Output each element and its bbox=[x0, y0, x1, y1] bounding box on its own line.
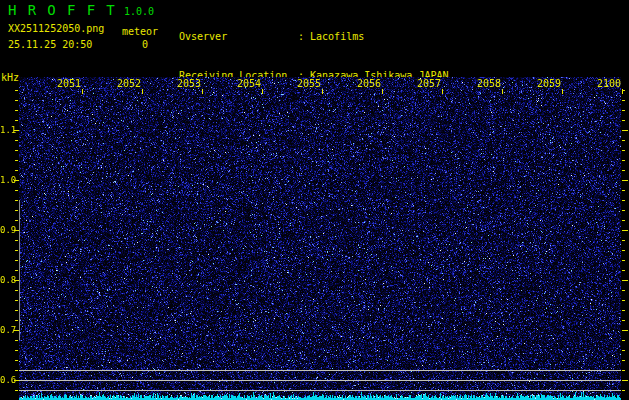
x-axis-tick bbox=[382, 89, 383, 94]
info-row-observer: Ovserver: Lacofilms bbox=[179, 30, 449, 43]
x-axis-tick-label: 2051 bbox=[55, 78, 81, 90]
y-axis-minor-tick-right bbox=[622, 110, 625, 111]
y-axis-minor-tick bbox=[15, 190, 18, 191]
hrofft-screen: H R O F F T 1.0.0 XX2511252050.png meteo… bbox=[0, 0, 629, 400]
y-axis-minor-tick bbox=[15, 370, 18, 371]
y-axis-minor-tick bbox=[15, 240, 18, 241]
y-axis-minor-tick bbox=[15, 390, 18, 391]
y-axis-minor-tick-right bbox=[622, 140, 625, 141]
y-axis-minor-tick-right bbox=[622, 160, 625, 161]
x-axis-tick-label: 2055 bbox=[295, 78, 321, 90]
y-axis-tick-label: 0.6 bbox=[0, 374, 13, 386]
mode-label: meteor bbox=[122, 26, 158, 37]
x-axis-tick bbox=[622, 89, 623, 94]
y-axis-minor-tick bbox=[15, 170, 18, 171]
app-title: H R O F F T bbox=[8, 3, 116, 18]
y-axis-minor-tick bbox=[15, 340, 18, 341]
y-axis-major-tick-right bbox=[622, 380, 628, 381]
y-axis-minor-tick bbox=[15, 110, 18, 111]
y-axis-minor-tick-right bbox=[622, 250, 625, 251]
app-version: 1.0.0 bbox=[124, 6, 154, 17]
x-axis-tick bbox=[82, 89, 83, 94]
y-axis-minor-tick bbox=[15, 210, 18, 211]
y-axis-minor-tick bbox=[15, 150, 18, 151]
y-axis-minor-tick bbox=[15, 220, 18, 221]
meteor-count: 0 bbox=[142, 39, 148, 50]
y-axis-minor-tick bbox=[15, 310, 18, 311]
y-axis-minor-tick bbox=[15, 300, 18, 301]
y-axis-minor-tick-right bbox=[622, 320, 625, 321]
y-axis-major-tick-right bbox=[622, 130, 628, 131]
y-axis-minor-tick bbox=[15, 120, 18, 121]
y-axis-minor-tick-right bbox=[622, 210, 625, 211]
y-axis-minor-tick bbox=[15, 100, 18, 101]
y-axis-minor-tick bbox=[15, 260, 18, 261]
y-axis-minor-tick-right bbox=[622, 270, 625, 271]
y-axis-minor-tick bbox=[15, 200, 18, 201]
info-label: Ovserver bbox=[179, 30, 298, 43]
x-axis-tick bbox=[322, 89, 323, 94]
y-axis-minor-tick-right bbox=[622, 170, 625, 171]
y-axis-minor-tick-right bbox=[622, 390, 625, 391]
y-axis-minor-tick-right bbox=[622, 190, 625, 191]
y-axis-minor-tick-right bbox=[622, 200, 625, 201]
y-axis-minor-tick bbox=[15, 360, 18, 361]
observation-datetime: 25.11.25 20:50 bbox=[8, 39, 92, 50]
y-axis-minor-tick-right bbox=[622, 290, 625, 291]
x-axis-tick-label: 2053 bbox=[175, 78, 201, 90]
x-axis-tick-label: 2059 bbox=[535, 78, 561, 90]
y-axis-tick-label: 0.7 bbox=[0, 324, 13, 336]
y-axis-minor-tick-right bbox=[622, 310, 625, 311]
y-axis-minor-tick-right bbox=[622, 220, 625, 221]
x-axis-tick-label: 2057 bbox=[415, 78, 441, 90]
x-axis-tick bbox=[142, 89, 143, 94]
spectrogram-canvas bbox=[19, 77, 621, 400]
y-axis-minor-tick bbox=[15, 320, 18, 321]
x-axis-tick bbox=[502, 89, 503, 94]
y-axis-tick-label: 0.9 bbox=[0, 224, 13, 236]
y-axis-major-tick-right bbox=[622, 180, 628, 181]
y-axis-minor-tick-right bbox=[622, 300, 625, 301]
y-axis-minor-tick-right bbox=[622, 240, 625, 241]
x-axis-tick-label: 2100 bbox=[595, 78, 621, 90]
y-axis-minor-tick bbox=[15, 140, 18, 141]
y-axis-minor-tick-right bbox=[622, 260, 625, 261]
y-axis-tick-label: 1.1 bbox=[0, 124, 13, 136]
y-axis-minor-tick-right bbox=[622, 120, 625, 121]
x-axis-tick-label: 2052 bbox=[115, 78, 141, 90]
y-axis-minor-tick-right bbox=[622, 350, 625, 351]
x-axis-tick bbox=[442, 89, 443, 94]
info-value: : Lacofilms bbox=[298, 31, 364, 42]
y-axis-minor-tick-right bbox=[622, 360, 625, 361]
y-axis-major-tick-right bbox=[622, 280, 628, 281]
x-axis-tick bbox=[262, 89, 263, 94]
y-axis-minor-tick-right bbox=[622, 340, 625, 341]
y-axis-minor-tick bbox=[15, 350, 18, 351]
x-axis-tick bbox=[202, 89, 203, 94]
x-axis-tick-label: 2058 bbox=[475, 78, 501, 90]
y-axis-tick-label: 0.8 bbox=[0, 274, 13, 286]
y-axis-unit-label: kHz bbox=[1, 72, 19, 83]
y-axis-minor-tick-right bbox=[622, 100, 625, 101]
output-filename: XX2511252050.png bbox=[8, 23, 104, 34]
y-axis-minor-tick-right bbox=[622, 150, 625, 151]
y-axis-major-tick-right bbox=[622, 230, 628, 231]
x-axis-tick bbox=[562, 89, 563, 94]
y-axis-tick-label: 1.0 bbox=[0, 174, 13, 186]
y-axis-minor-tick bbox=[15, 250, 18, 251]
y-axis-minor-tick bbox=[15, 90, 18, 91]
y-axis-minor-tick bbox=[15, 160, 18, 161]
y-axis-minor-tick-right bbox=[622, 370, 625, 371]
x-axis-tick-label: 2056 bbox=[355, 78, 381, 90]
y-axis-major-tick-right bbox=[622, 330, 628, 331]
y-axis-minor-tick bbox=[15, 290, 18, 291]
y-axis-minor-tick bbox=[15, 270, 18, 271]
x-axis-tick-label: 2054 bbox=[235, 78, 261, 90]
